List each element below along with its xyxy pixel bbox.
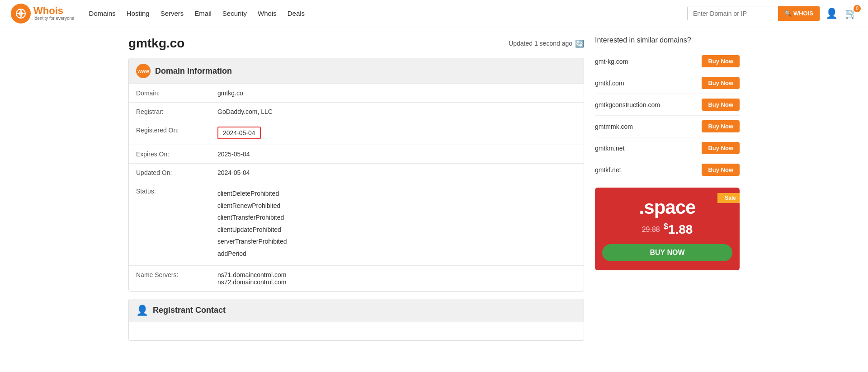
- registrant-title: Registrant Contact: [153, 306, 226, 315]
- field-label: Status:: [129, 182, 210, 266]
- page-title: gmtkg.co: [128, 36, 184, 51]
- registrant-content: [129, 322, 584, 340]
- domain-row: gmtkf.com Buy Now: [595, 72, 740, 94]
- buy-now-button[interactable]: Buy Now: [702, 77, 740, 89]
- domain-row: gmtkf.net Buy Now: [595, 159, 740, 180]
- user-icon[interactable]: 👤: [826, 8, 838, 19]
- old-price-value: 29.88: [642, 226, 660, 233]
- navbar: Whois Identity for everyone Domains Host…: [0, 0, 868, 27]
- right-column: Interested in similar domains? gmt-kg.co…: [595, 36, 740, 348]
- field-value-registered: 2024-05-04: [210, 121, 584, 145]
- field-label: Registered On:: [129, 121, 210, 145]
- brand-tagline: Identity for everyone: [33, 16, 75, 21]
- updated-info: Updated 1 second ago 🔄: [509, 39, 584, 48]
- promo-price-row: 29.88 $1.88: [602, 222, 732, 237]
- domain-row: gmtkm.net Buy Now: [595, 137, 740, 159]
- left-column: gmtkg.co Updated 1 second ago 🔄 www Doma…: [128, 36, 584, 348]
- status-item: clientTransferProhibited: [217, 212, 576, 224]
- registrant-header: 👤 Registrant Contact: [129, 299, 584, 322]
- similar-domains-title: Interested in similar domains?: [595, 36, 740, 44]
- status-item: serverTransferProhibited: [217, 235, 576, 248]
- status-item: clientUpdateProhibited: [217, 224, 576, 236]
- table-row: Status: clientDeleteProhibited clientRen…: [129, 182, 584, 266]
- search-icon: 🔍: [784, 10, 792, 17]
- table-row: Registered On: 2024-05-04: [129, 121, 584, 145]
- main-content: gmtkg.co Updated 1 second ago 🔄 www Doma…: [118, 27, 750, 357]
- promo-new-price: $1.88: [664, 222, 693, 237]
- nav-hosting[interactable]: Hosting: [127, 8, 150, 19]
- nav-links: Domains Hosting Servers Email Security W…: [89, 8, 687, 19]
- search-input[interactable]: [688, 6, 778, 21]
- field-value-registrar: GoDaddy.com, LLC: [210, 103, 584, 121]
- similar-domain-name: gmtkgconstruction.com: [595, 101, 660, 108]
- table-row: Updated On: 2024-05-04: [129, 164, 584, 182]
- field-label: Expires On:: [129, 145, 210, 164]
- buy-now-button[interactable]: Buy Now: [702, 99, 740, 111]
- domain-info-card: www Domain Information Domain: gmtkg.co …: [128, 58, 584, 292]
- domain-info-title: Domain Information: [155, 66, 232, 76]
- nav-domains[interactable]: Domains: [89, 8, 116, 19]
- nav-servers[interactable]: Servers: [160, 8, 184, 19]
- buy-now-button[interactable]: Buy Now: [702, 55, 740, 67]
- cart-badge: 0: [854, 5, 861, 12]
- domain-row: gmtmmk.com Buy Now: [595, 116, 740, 137]
- logo-icon: [11, 4, 31, 24]
- field-value-domain: gmtkg.co: [210, 84, 584, 103]
- nameserver-1: ns71.domaincontrol.com: [217, 271, 576, 278]
- nav-whois[interactable]: Whois: [258, 8, 277, 19]
- similar-domain-name: gmtmmk.com: [595, 123, 633, 130]
- registrant-card: 👤 Registrant Contact: [128, 299, 584, 341]
- table-row: Registrar: GoDaddy.com, LLC: [129, 103, 584, 121]
- field-value-nameservers: ns71.domaincontrol.com ns72.domaincontro…: [210, 265, 584, 291]
- domain-info-header: www Domain Information: [129, 58, 584, 84]
- status-item: addPeriod: [217, 248, 576, 260]
- www-icon: www: [136, 64, 151, 78]
- sale-badge: Sale: [717, 193, 740, 203]
- search-box: 🔍 WHOIS: [687, 6, 820, 21]
- brand-name: Whois: [33, 6, 75, 16]
- search-area: 🔍 WHOIS 👤 🛒 0: [687, 6, 857, 21]
- similar-domain-name: gmt-kg.com: [595, 58, 628, 65]
- nav-email[interactable]: Email: [194, 8, 212, 19]
- table-row: Name Servers: ns71.domaincontrol.com ns7…: [129, 265, 584, 291]
- updated-text: Updated 1 second ago: [509, 40, 572, 47]
- field-label: Name Servers:: [129, 265, 210, 291]
- registered-date-highlight: 2024-05-04: [217, 127, 261, 139]
- domain-row: gmt-kg.com Buy Now: [595, 51, 740, 72]
- new-price-value: 1.88: [668, 222, 693, 236]
- field-value-expires: 2025-05-04: [210, 145, 584, 164]
- status-item: clientRenewProhibited: [217, 200, 576, 212]
- buy-now-button[interactable]: Buy Now: [702, 120, 740, 132]
- similar-domain-name: gmtkf.net: [595, 166, 621, 174]
- search-button-label: WHOIS: [793, 10, 813, 17]
- status-item: clientDeleteProhibited: [217, 188, 576, 200]
- search-button[interactable]: 🔍 WHOIS: [778, 6, 820, 21]
- field-label: Registrar:: [129, 103, 210, 121]
- buy-now-button[interactable]: Buy Now: [702, 164, 740, 176]
- buy-now-button[interactable]: Buy Now: [702, 142, 740, 154]
- field-value-updated: 2024-05-04: [210, 164, 584, 182]
- table-row: Expires On: 2025-05-04: [129, 145, 584, 164]
- refresh-icon[interactable]: 🔄: [575, 39, 584, 48]
- nav-security[interactable]: Security: [222, 8, 247, 19]
- field-label: Domain:: [129, 84, 210, 103]
- promo-tld: .space: [602, 197, 732, 218]
- promo-card: Sale .space 29.88 $1.88 BUY NOW: [595, 188, 740, 270]
- table-row: Domain: gmtkg.co: [129, 84, 584, 103]
- status-list: clientDeleteProhibited clientRenewProhib…: [217, 188, 576, 260]
- domain-info-table: Domain: gmtkg.co Registrar: GoDaddy.com,…: [129, 84, 584, 291]
- field-value-status: clientDeleteProhibited clientRenewProhib…: [210, 182, 584, 266]
- currency-symbol: $: [664, 222, 668, 231]
- promo-old-price: 29.88: [642, 226, 660, 234]
- nameserver-2: ns72.domaincontrol.com: [217, 278, 576, 286]
- nav-deals[interactable]: Deals: [288, 8, 305, 19]
- similar-domains-list: gmt-kg.com Buy Now gmtkf.com Buy Now gmt…: [595, 51, 740, 180]
- cart-icon[interactable]: 🛒 0: [845, 8, 857, 19]
- logo[interactable]: Whois Identity for everyone: [11, 4, 75, 24]
- promo-buy-button[interactable]: BUY NOW: [602, 244, 732, 261]
- similar-domain-name: gmtkf.com: [595, 80, 624, 87]
- similar-domain-name: gmtkm.net: [595, 145, 624, 152]
- person-icon: 👤: [136, 305, 148, 316]
- domain-row: gmtkgconstruction.com Buy Now: [595, 94, 740, 116]
- field-label: Updated On:: [129, 164, 210, 182]
